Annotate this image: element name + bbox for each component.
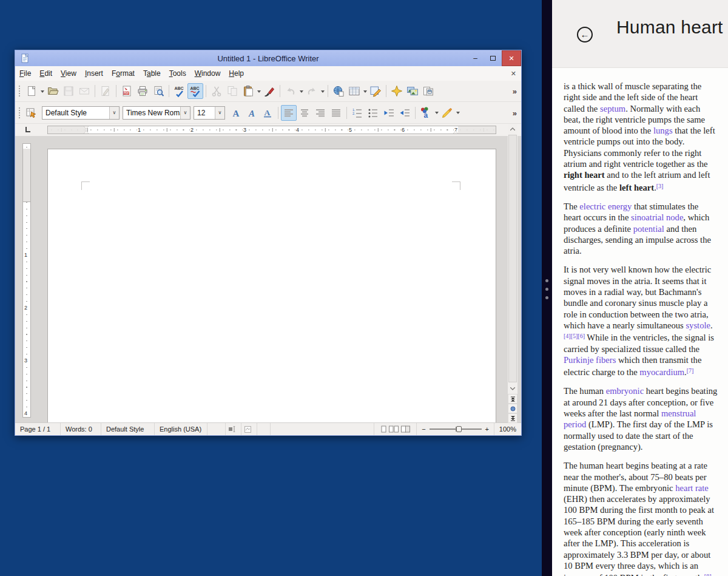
data-sources-button[interactable] — [420, 83, 436, 99]
hyperlink-button[interactable] — [331, 83, 346, 99]
maximize-button[interactable] — [484, 50, 502, 66]
insert-table-button[interactable] — [346, 83, 362, 99]
wiki-link[interactable]: septum — [600, 104, 625, 114]
draw-functions-button[interactable] — [368, 83, 383, 99]
left-indent-icon[interactable] — [84, 130, 89, 134]
menu-insert[interactable]: Insert — [81, 67, 107, 80]
zoom-level-status[interactable]: 100% — [494, 423, 521, 435]
align-left-button[interactable] — [281, 105, 297, 121]
gallery-button[interactable] — [405, 83, 420, 99]
word-count-status[interactable]: Words: 0 — [61, 423, 101, 435]
menu-help[interactable]: Help — [224, 67, 248, 80]
page-style-status[interactable]: Default Style — [101, 423, 155, 435]
tab-stop-selector[interactable] — [24, 126, 31, 133]
language-status[interactable]: English (USA) — [155, 423, 207, 435]
align-right-button[interactable] — [312, 105, 328, 121]
decrease-indent-button[interactable] — [381, 105, 397, 121]
toolbar-drag-handle[interactable] — [18, 85, 21, 97]
digital-signature-indicator[interactable] — [241, 423, 257, 435]
horizontal-ruler[interactable]: 1234567 — [47, 126, 496, 134]
underline-button[interactable]: A — [260, 105, 275, 121]
minimize-button[interactable]: – — [467, 50, 484, 66]
scroll-down-button[interactable] — [508, 384, 517, 393]
styles-panel-button[interactable] — [24, 105, 39, 121]
chevron-down-icon[interactable]: ∨ — [215, 107, 224, 119]
bold-button[interactable]: A — [228, 105, 244, 121]
right-indent-marker[interactable] — [453, 126, 459, 134]
close-button[interactable]: ✕ — [502, 50, 521, 66]
align-center-button[interactable] — [297, 105, 312, 121]
navigation-button[interactable] — [508, 404, 517, 413]
toolbar-drag-handle[interactable] — [18, 107, 21, 119]
back-button[interactable]: ← — [577, 27, 593, 42]
auto-spellcheck-button[interactable]: ABC — [187, 83, 203, 99]
menu-table[interactable]: Table — [139, 67, 165, 80]
font-name-combobox[interactable]: Times New Roman ∨ — [123, 106, 190, 120]
next-page-button[interactable] — [508, 413, 517, 423]
zoom-slider-handle[interactable] — [456, 426, 462, 432]
menu-file[interactable]: File — [15, 67, 35, 80]
vertical-ruler[interactable]: 1234 — [22, 143, 31, 418]
highlight-color-button[interactable] — [439, 105, 455, 121]
paste-button[interactable] — [240, 83, 256, 99]
reference-link[interactable]: [7] — [687, 367, 694, 374]
wiki-link[interactable]: Purkinje fibers — [564, 355, 616, 365]
toolbar-overflow-button[interactable]: » — [513, 87, 517, 96]
reference-link[interactable]: [4][5][6] — [564, 333, 585, 339]
reference-link[interactable]: [8] — [704, 573, 712, 576]
wiki-link[interactable]: sinoatrial node — [631, 212, 683, 222]
font-size-combobox[interactable]: 12 ∨ — [194, 106, 225, 120]
wiki-link[interactable]: potential — [633, 224, 664, 234]
wiki-link[interactable]: myocardium — [639, 367, 684, 377]
first-line-indent-icon[interactable] — [84, 126, 89, 129]
menu-tools[interactable]: Tools — [165, 67, 190, 80]
zoom-in-button[interactable]: + — [485, 425, 489, 433]
undo-dropdown-arrow-icon[interactable] — [298, 83, 304, 99]
window-titlebar[interactable]: Untitled 1 - LibreOffice Writer – ✕ — [15, 50, 521, 66]
paste-dropdown-arrow-icon[interactable] — [256, 83, 261, 99]
paragraph-style-combobox[interactable]: Default Style ∨ — [42, 106, 120, 120]
increase-indent-button[interactable] — [397, 105, 413, 121]
multi-page-view-icon[interactable] — [389, 425, 399, 433]
zoom-slider-track[interactable] — [430, 429, 482, 430]
document-page[interactable] — [47, 149, 496, 422]
font-color-button[interactable]: a — [418, 105, 434, 121]
numbered-list-button[interactable]: 1.2. — [349, 105, 365, 121]
chevron-down-icon[interactable]: ∨ — [109, 107, 119, 119]
wiki-link[interactable]: electric energy — [579, 202, 632, 211]
new-document-dropdown-arrow-icon[interactable] — [39, 83, 45, 99]
spelling-button[interactable]: ABC — [172, 83, 187, 99]
menu-edit[interactable]: Edit — [35, 67, 56, 80]
menu-window[interactable]: Window — [190, 67, 225, 80]
font-color-dropdown-arrow-icon[interactable] — [434, 105, 439, 121]
scrollbar-thumb[interactable] — [508, 135, 517, 382]
wiki-link[interactable]: heart rate — [675, 483, 709, 493]
single-page-view-icon[interactable] — [381, 425, 386, 433]
snap-divider[interactable] — [542, 0, 552, 576]
wiki-link[interactable]: embryonic — [606, 386, 644, 396]
highlight-color-dropdown-arrow-icon[interactable] — [455, 105, 460, 121]
right-indent-icon[interactable] — [453, 130, 458, 134]
book-view-icon[interactable] — [401, 425, 410, 433]
print-button[interactable] — [135, 83, 150, 99]
navigator-button[interactable] — [389, 83, 405, 99]
wiki-link[interactable]: systole — [686, 320, 710, 330]
open-button[interactable] — [45, 83, 61, 99]
wiki-link[interactable]: lungs — [653, 126, 673, 135]
page-number-status[interactable]: Page 1 / 1 — [15, 423, 61, 435]
zoom-out-button[interactable]: − — [422, 425, 425, 433]
selection-mode-indicator[interactable] — [226, 423, 241, 435]
left-indent-marker[interactable] — [84, 126, 89, 134]
close-document-icon[interactable]: ✕ — [511, 70, 516, 78]
menu-view[interactable]: View — [56, 67, 81, 80]
chevron-down-icon[interactable]: ∨ — [180, 107, 190, 119]
redo-dropdown-arrow-icon[interactable] — [320, 83, 325, 99]
vertical-scrollbar[interactable] — [508, 124, 517, 422]
clone-formatting-button[interactable] — [261, 83, 277, 99]
reference-link[interactable]: [3] — [656, 183, 664, 189]
toolbar-overflow-button[interactable]: » — [513, 108, 517, 117]
new-document-button[interactable] — [24, 83, 39, 99]
print-preview-button[interactable] — [150, 83, 166, 99]
export-pdf-button[interactable]: PDF — [119, 83, 135, 99]
menu-format[interactable]: Format — [107, 67, 139, 80]
